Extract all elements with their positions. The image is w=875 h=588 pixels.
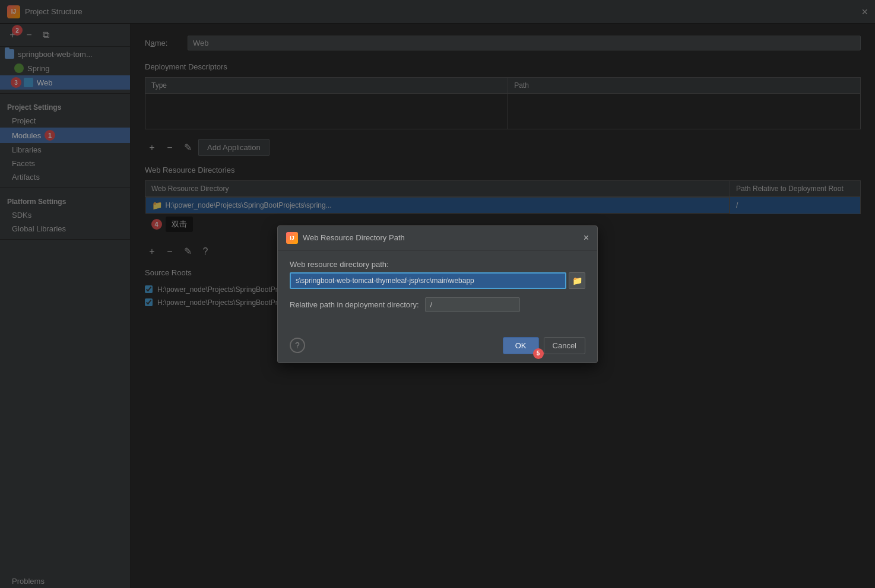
modal-path-input[interactable] <box>290 272 566 289</box>
modal-footer: ? OK 5 Cancel <box>278 331 597 363</box>
modal-cancel-button[interactable]: Cancel <box>544 337 585 354</box>
modal-relative-label: Relative path in deployment directory: <box>290 300 419 309</box>
modal-title: Web Resource Directory Path <box>303 233 579 242</box>
modal-titlebar: IJ Web Resource Directory Path × <box>278 226 597 250</box>
modal-browse-button[interactable]: 📁 <box>569 272 585 289</box>
modal-relative-input[interactable] <box>425 297 520 312</box>
modal-path-row: 📁 <box>290 272 585 289</box>
browse-icon: 📁 <box>572 276 582 285</box>
modal-close-button[interactable]: × <box>584 233 589 243</box>
modal-logo: IJ <box>286 232 298 244</box>
web-resource-dialog: IJ Web Resource Directory Path × Web res… <box>277 225 598 363</box>
modal-body: Web resource directory path: 📁 Relative … <box>278 250 597 331</box>
modal-relative-row: Relative path in deployment directory: <box>290 297 585 312</box>
modal-path-label: Web resource directory path: <box>290 260 585 269</box>
modal-overlay: IJ Web Resource Directory Path × Web res… <box>0 0 875 588</box>
step5-badge: 5 <box>533 348 544 359</box>
modal-help-button[interactable]: ? <box>290 338 305 353</box>
